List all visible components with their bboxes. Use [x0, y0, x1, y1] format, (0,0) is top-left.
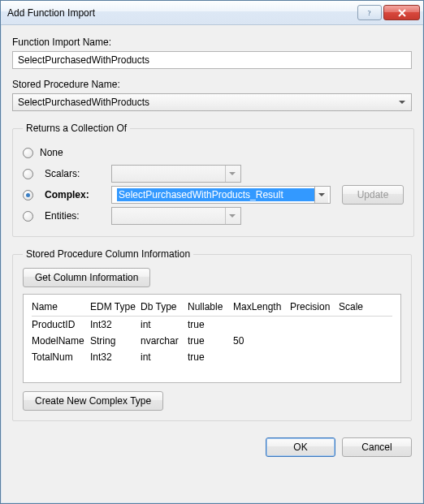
title-bar: Add Function Import ?: [1, 1, 423, 25]
table-row: ProductID Int32 int true: [32, 317, 392, 334]
update-button[interactable]: Update: [342, 185, 404, 205]
spinfo-legend: Stored Procedure Column Information: [23, 248, 193, 260]
column-info-table: Name EDM Type Db Type Nullable MaxLength…: [32, 299, 392, 365]
ok-button[interactable]: OK: [266, 437, 335, 457]
stored-procedure-name-label: Stored Procedure Name:: [12, 79, 412, 90]
stored-procedure-name-dropdown[interactable]: SelectPurchasedWithProducts: [12, 93, 412, 111]
returns-none-radio[interactable]: [23, 148, 33, 158]
dialog-window: Add Function Import ? Function Import Na…: [0, 0, 424, 504]
chevron-down-icon: [225, 166, 239, 182]
returns-scalars-label: Scalars:: [45, 168, 100, 179]
col-nullable: Nullable: [188, 299, 233, 317]
function-import-name-input[interactable]: [12, 51, 412, 69]
returns-complex-row: Complex: SelectPurchasedWithProducts_Res…: [23, 184, 404, 205]
returns-complex-radio[interactable]: [23, 190, 33, 200]
chevron-down-icon: [396, 99, 408, 106]
returns-entities-row: Entities:: [23, 205, 404, 226]
chevron-down-icon: [314, 187, 328, 203]
returns-entities-label: Entities:: [45, 210, 100, 222]
chevron-down-icon: [225, 208, 239, 224]
column-info-body: ProductID Int32 int true ModelName Strin…: [32, 317, 392, 366]
col-name: Name: [32, 299, 90, 317]
returns-complex-dropdown[interactable]: SelectPurchasedWithProducts_Result: [111, 186, 331, 204]
returns-entities-radio[interactable]: [23, 211, 33, 222]
returns-group: Returns a Collection Of None Scalars: Co…: [12, 123, 414, 237]
returns-complex-value: SelectPurchasedWithProducts_Result: [117, 188, 314, 201]
close-button[interactable]: [383, 5, 420, 20]
returns-none-label: None: [40, 147, 95, 158]
returns-none-row: None: [23, 142, 404, 163]
dialog-footer: OK Cancel: [12, 437, 412, 457]
spinfo-group: Stored Procedure Column Information Get …: [12, 248, 412, 421]
help-button[interactable]: ?: [357, 5, 382, 20]
returns-legend: Returns a Collection Of: [23, 123, 130, 134]
stored-procedure-name-value: SelectPurchasedWithProducts: [18, 97, 396, 108]
table-header-row: Name EDM Type Db Type Nullable MaxLength…: [32, 299, 392, 317]
svg-text:?: ?: [368, 9, 371, 17]
returns-scalars-row: Scalars:: [23, 163, 404, 184]
column-info-table-wrap: Name EDM Type Db Type Nullable MaxLength…: [23, 294, 401, 383]
function-import-name-label: Function Import Name:: [12, 37, 412, 48]
dialog-content: Function Import Name: Stored Procedure N…: [1, 25, 423, 503]
col-db-type: Db Type: [141, 299, 188, 317]
col-edm-type: EDM Type: [90, 299, 141, 317]
table-row: ModelName String nvarchar true 50: [32, 333, 392, 349]
window-title: Add Function Import: [7, 7, 356, 19]
returns-complex-label: Complex:: [45, 189, 100, 200]
returns-scalars-radio[interactable]: [23, 169, 33, 179]
col-maxlength: MaxLength: [233, 299, 290, 317]
cancel-button[interactable]: Cancel: [342, 437, 412, 457]
create-new-complex-type-button[interactable]: Create New Complex Type: [23, 391, 163, 411]
col-precision: Precision: [290, 299, 339, 317]
table-row: TotalNum Int32 int true: [32, 349, 392, 365]
get-column-information-button[interactable]: Get Column Information: [23, 268, 150, 287]
returns-scalars-dropdown: [111, 165, 241, 183]
col-scale: Scale: [339, 299, 392, 317]
returns-entities-dropdown: [111, 207, 241, 225]
